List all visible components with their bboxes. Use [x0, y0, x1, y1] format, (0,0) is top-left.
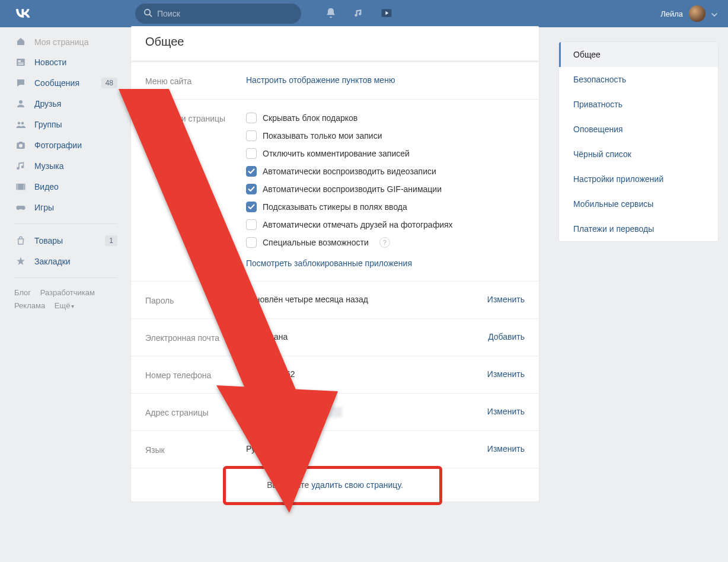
search-input[interactable] — [157, 9, 293, 18]
sidebar-item-label: Товары — [34, 236, 63, 245]
footer-blog-link[interactable]: Блог — [14, 288, 31, 297]
sidebar-counter: 48 — [101, 78, 117, 88]
sidebar-item-label: Музыка — [34, 161, 64, 171]
svg-rect-4 — [18, 62, 24, 63]
sidebar-item-label: Игры — [34, 203, 54, 212]
avatar — [689, 5, 705, 22]
footer-more-link[interactable]: Ещё▾ — [55, 301, 75, 310]
music-icon[interactable] — [353, 8, 364, 20]
sidebar-item-label: Закладки — [34, 257, 71, 266]
address-value: h .com — [246, 407, 487, 417]
delete-page-link[interactable]: удалить свою страницу — [311, 480, 401, 490]
news-icon — [14, 57, 27, 68]
address-change-link[interactable]: Изменить — [487, 407, 525, 416]
svg-rect-11 — [19, 142, 23, 143]
checkbox-option[interactable]: Автоматически воспроизводить видеозаписи — [246, 166, 525, 177]
settings-tab[interactable]: Приватность — [559, 92, 718, 117]
video-icon — [14, 181, 27, 192]
checkbox-box[interactable] — [246, 130, 257, 141]
vk-logo[interactable] — [12, 7, 34, 21]
sidebar-item-home[interactable]: Моя страница — [9, 31, 122, 52]
page-title: Общее — [130, 26, 539, 61]
password-change-link[interactable]: Изменить — [487, 295, 525, 304]
sidebar-item-video[interactable]: Видео — [9, 176, 122, 197]
blocked-apps-link[interactable]: Посмотреть заблокированные приложения — [246, 258, 412, 268]
sidebar-item-label: Друзья — [34, 99, 61, 108]
chevron-down-icon — [711, 9, 717, 18]
photos-icon — [14, 140, 27, 151]
delete-suffix: . — [401, 480, 403, 490]
section-label-password: Пароль — [145, 295, 246, 305]
checkbox-option[interactable]: Показывать только мои записи — [246, 130, 525, 141]
checkbox-box[interactable] — [246, 166, 257, 177]
sidebar-item-msg[interactable]: Сообщения 48 — [9, 72, 122, 93]
sidebar-counter: 1 — [105, 235, 117, 246]
checkbox-option[interactable]: Отключить комментирование записей — [246, 148, 525, 159]
section-label-settings: Настройки страницы — [145, 113, 246, 123]
notifications-icon[interactable] — [325, 7, 337, 21]
market-icon — [14, 235, 27, 246]
sidebar-item-games[interactable]: Игры — [9, 197, 122, 218]
sidebar-item-music[interactable]: Музыка — [9, 155, 122, 176]
checkbox-option[interactable]: Автоматически воспроизводить GIF-анимаци… — [246, 184, 525, 194]
checkbox-option[interactable]: Скрывать блок подарков — [246, 113, 525, 123]
search-input-wrap[interactable] — [135, 4, 301, 24]
settings-tab[interactable]: Оповещения — [559, 117, 718, 142]
checkbox-option[interactable]: Специальные возможности ? — [246, 237, 525, 248]
checkbox-box[interactable] — [246, 184, 257, 194]
games-icon — [14, 202, 27, 213]
section-label-phone: Номер телефона — [145, 369, 246, 380]
sidebar-item-label: Видео — [34, 182, 59, 191]
svg-rect-3 — [18, 60, 21, 62]
section-label-email: Электронная почта — [145, 332, 246, 343]
sidebar-item-label: Сообщения — [34, 78, 79, 88]
checkbox-box[interactable] — [246, 237, 257, 248]
phone-change-link[interactable]: Изменить — [487, 369, 525, 379]
settings-tab[interactable]: Платежи и переводы — [559, 216, 718, 241]
bookmark-icon — [14, 256, 27, 267]
sidebar-item-photos[interactable]: Фотографии — [9, 135, 122, 155]
checkbox-label: Подсказывать стикеры в полях ввода — [263, 202, 407, 212]
language-change-link[interactable]: Изменить — [487, 444, 525, 454]
footer-ads-link[interactable]: Реклама — [14, 301, 45, 310]
checkbox-box[interactable] — [246, 202, 257, 212]
help-icon[interactable]: ? — [379, 237, 390, 248]
settings-tab[interactable]: Настройки приложений — [559, 167, 718, 191]
sidebar-item-label: Группы — [34, 120, 62, 129]
sidebar-item-bookmark[interactable]: Закладки — [9, 251, 122, 272]
music-icon — [14, 161, 27, 171]
footer-developers-link[interactable]: Разработчикам — [40, 288, 95, 297]
sidebar-item-market[interactable]: Товары 1 — [9, 230, 122, 251]
checkbox-label: Автоматически отмечать друзей на фотогра… — [263, 220, 453, 229]
checkbox-label: Отключить комментирование записей — [263, 149, 410, 158]
checkbox-box[interactable] — [246, 113, 257, 123]
home-icon — [14, 36, 27, 47]
search-icon — [143, 8, 152, 19]
settings-tab[interactable]: Общее — [559, 42, 718, 67]
settings-tab[interactable]: Безопасность — [559, 67, 718, 92]
video-play-icon[interactable] — [381, 7, 392, 21]
section-label-address: Адрес страницы — [145, 407, 246, 417]
email-add-link[interactable]: Добавить — [488, 332, 525, 341]
checkbox-option[interactable]: Автоматически отмечать друзей на фотогра… — [246, 219, 525, 230]
groups-icon — [14, 119, 27, 130]
svg-point-7 — [18, 122, 21, 124]
configure-menu-link[interactable]: Настроить отображение пунктов меню — [246, 75, 395, 85]
checkbox-label: Автоматически воспроизводить GIF-анимаци… — [263, 184, 442, 194]
checkbox-option[interactable]: Подсказывать стикеры в полях ввода — [246, 202, 525, 212]
checkbox-box[interactable] — [246, 219, 257, 230]
settings-tab[interactable]: Чёрный список — [559, 142, 718, 167]
checkbox-label: Специальные возможности — [263, 238, 369, 247]
username: Лейла — [660, 9, 683, 18]
phone-value: 7 *** *** ** 62 — [246, 369, 487, 379]
email-value: не указана — [246, 332, 488, 341]
sidebar-item-friends[interactable]: Друзья — [9, 93, 122, 114]
delete-prefix: Вы можете — [267, 480, 311, 490]
checkbox-box[interactable] — [246, 148, 257, 159]
sidebar-item-news[interactable]: Новости — [9, 52, 122, 72]
sidebar-item-groups[interactable]: Группы — [9, 114, 122, 135]
user-menu[interactable]: Лейла — [660, 5, 721, 22]
settings-tab[interactable]: Мобильные сервисы — [559, 191, 718, 216]
svg-rect-2 — [17, 59, 25, 66]
friends-icon — [14, 98, 27, 109]
